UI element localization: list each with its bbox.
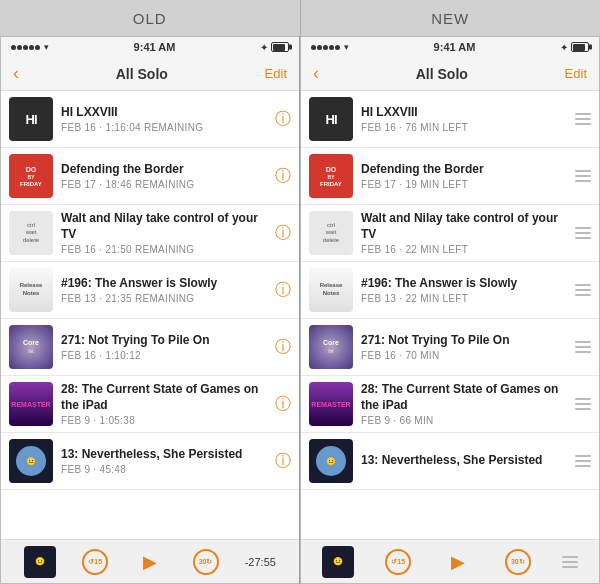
handle-line [575,346,591,348]
status-bar-old: ▾ 9:41 AM ✦ [1,37,299,57]
drag-handle[interactable] [575,284,591,296]
episode-sub: FEB 16 · 76 MIN LEFT [361,122,575,133]
handle-line [575,465,591,467]
handle-line [575,170,591,172]
info-icon[interactable]: ⓘ [275,394,291,415]
info-icon[interactable]: ⓘ [275,337,291,358]
dot3 [323,45,328,50]
handle-line [575,113,591,115]
item-info: 28: The Current State of Games on the iP… [61,382,269,425]
list-item[interactable]: ReleaseNotes #196: The Answer is Slowly … [301,262,599,319]
list-item[interactable]: CoreInt 271: Not Trying To Pile On FEB 1… [301,319,599,376]
edit-button-new[interactable]: Edit [565,66,587,81]
signal-area: ▾ [11,42,49,52]
episode-sub: FEB 13 · 22 MIN LEFT [361,293,575,304]
thumb-content: DO BY FRIDAY [309,154,353,198]
back-button-new[interactable]: ‹ [313,63,319,84]
thumb-text: ctrlwaitdelete [323,222,339,244]
item-info: 13: Nevertheless, She Persisted [361,453,575,470]
thumbnail: DO BY FRIDAY [309,154,353,198]
episode-sub: FEB 9 · 45:48 [61,464,269,475]
list-item[interactable]: REMASTER 28: The Current State of Games … [1,376,299,433]
rewind-label: ↺15 [88,558,102,566]
phones-container: ▾ 9:41 AM ✦ ‹ All Solo Edit [0,36,600,584]
thumb-text: HI [326,112,337,127]
list-item[interactable]: CoreInt 271: Not Trying To Pile On FEB 1… [1,319,299,376]
thumbnail: ReleaseNotes [9,268,53,312]
episode-list-new: HI HI LXXVIII FEB 16 · 76 MIN LEFT [301,91,599,539]
rewind-button-new[interactable]: ↺15 [385,549,411,575]
drag-handle[interactable] [575,341,591,353]
episode-sub: FEB 16 · 70 MIN [361,350,575,361]
episode-title: Defending the Border [61,162,269,178]
thumbnail: ReleaseNotes [309,268,353,312]
list-item[interactable]: 😐 13: Nevertheless, She Persisted [301,433,599,490]
thumb-text2: BY [28,174,35,180]
forward-button-new[interactable]: 30↻ [505,549,531,575]
list-item[interactable]: DO BY FRIDAY Defending the Border FEB 17… [301,148,599,205]
handle-line [575,398,591,400]
episode-sub: FEB 16 · 22 MIN LEFT [361,244,575,255]
handle-line [575,351,591,353]
list-item[interactable]: ReleaseNotes #196: The Answer is Slowly … [1,262,299,319]
thumbnail: ctrlwaitdelete [9,211,53,255]
play-button-new[interactable]: ▶ [442,546,474,578]
list-item[interactable]: HI HI LXXVIII FEB 16 · 1:16:04 REMAINING… [1,91,299,148]
drag-handle[interactable] [575,170,591,182]
thumb-text: CoreInt [23,339,39,356]
handle-line [575,175,591,177]
episode-title: 271: Not Trying To Pile On [61,333,269,349]
play-button[interactable]: ▶ [134,546,166,578]
back-button-old[interactable]: ‹ [13,63,19,84]
bluetooth-icon: ✦ [260,42,268,53]
forward-label-new: 30↻ [511,558,525,566]
menu-button-new[interactable] [562,556,578,568]
drag-handle[interactable] [575,455,591,467]
battery-icon-new [571,42,589,52]
handle-line [575,289,591,291]
episode-title: Defending the Border [361,162,575,178]
handle-line [575,460,591,462]
list-item[interactable]: ctrlwaitdelete Walt and Nilay take contr… [301,205,599,262]
drag-handle[interactable] [575,113,591,125]
episode-title: 13: Nevertheless, She Persisted [61,447,269,463]
thumb-text3: FRIDAY [20,181,42,187]
item-info: HI LXXVIII FEB 16 · 1:16:04 REMAINING [61,105,269,133]
handle-line [575,294,591,296]
thumbnail: HI [9,97,53,141]
item-info: Defending the Border FEB 17 · 18:46 REMA… [61,162,269,190]
info-icon[interactable]: ⓘ [275,166,291,187]
handle-line [575,123,591,125]
handle-line [575,284,591,286]
edit-button-old[interactable]: Edit [265,66,287,81]
dot1 [311,45,316,50]
signal-area-new: ▾ [311,42,349,52]
list-item[interactable]: HI HI LXXVIII FEB 16 · 76 MIN LEFT [301,91,599,148]
forward-label: 30↻ [199,558,213,566]
old-phone: ▾ 9:41 AM ✦ ‹ All Solo Edit [0,36,299,584]
info-icon[interactable]: ⓘ [275,223,291,244]
rewind-button[interactable]: ↺15 [82,549,108,575]
info-icon[interactable]: ⓘ [275,109,291,130]
fusion-avatar: 😐 [16,446,46,476]
battery-fill-new [573,44,585,51]
list-item[interactable]: 😐 13: Nevertheless, She Persisted FEB 9 … [1,433,299,490]
handle-line [575,341,591,343]
thumbnail: ctrlwaitdelete [309,211,353,255]
drag-handle[interactable] [575,398,591,410]
list-item[interactable]: REMASTER 28: The Current State of Games … [301,376,599,433]
battery-fill [273,44,285,51]
thumb-text: REMASTER [311,401,350,408]
old-label: OLD [0,0,300,36]
episode-title: HI LXXVIII [61,105,269,121]
thumb-text3: FRIDAY [320,181,342,187]
list-item[interactable]: ctrlwaitdelete Walt and Nilay take contr… [1,205,299,262]
forward-button[interactable]: 30↻ [193,549,219,575]
list-item[interactable]: DO BY FRIDAY Defending the Border FEB 17… [1,148,299,205]
info-icon[interactable]: ⓘ [275,280,291,301]
drag-handle[interactable] [575,227,591,239]
info-icon[interactable]: ⓘ [275,451,291,472]
nav-bar-new: ‹ All Solo Edit [301,57,599,91]
episode-title: #196: The Answer is Slowly [61,276,269,292]
episode-sub: FEB 17 · 19 MIN LEFT [361,179,575,190]
